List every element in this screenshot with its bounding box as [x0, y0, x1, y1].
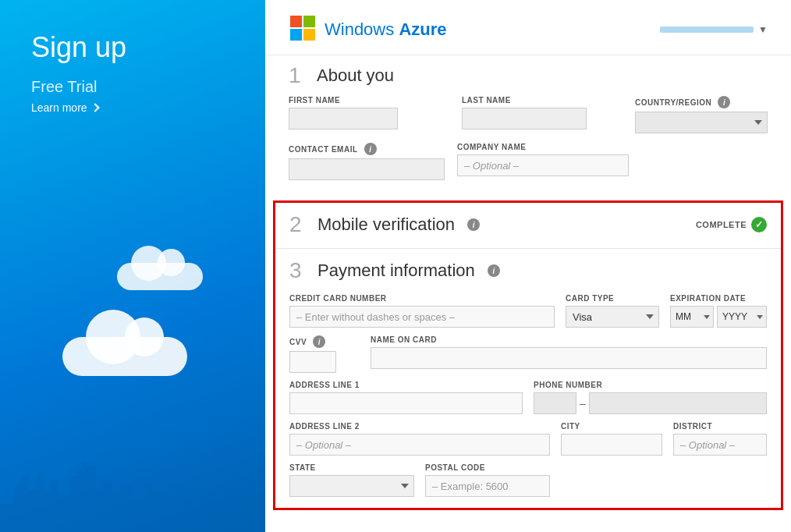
last-name-label: LAST NAME	[462, 96, 623, 105]
account-name-bar	[660, 27, 754, 33]
state-group: STATE	[289, 463, 414, 497]
city-group: CITY	[561, 422, 662, 456]
card-type-select[interactable]: Visa Mastercard Amex Discover	[566, 306, 659, 328]
complete-check-icon: ✓	[751, 217, 767, 232]
name-on-card-label: NAME ON CARD	[371, 335, 767, 344]
address2-label: ADDRESS LINE 2	[289, 422, 550, 431]
postal-code-label: POSTAL CODE	[425, 463, 550, 472]
mobile-section-number: 2	[289, 212, 308, 237]
first-name-label: FIRST NAME	[289, 96, 449, 105]
address1-input[interactable]	[289, 392, 523, 414]
name-on-card-group: NAME ON CARD	[371, 335, 767, 369]
cc-number-group: CREDIT CARD NUMBER	[289, 294, 555, 328]
main-content: Windows Azure ▼ 1 About you FIRST NAME L…	[265, 0, 791, 532]
card-type-label: CARD TYPE	[566, 294, 659, 303]
postal-code-input[interactable]	[425, 475, 550, 497]
about-section-header: 1 About you	[289, 63, 768, 88]
azure-logo-icon	[289, 14, 317, 45]
mobile-section-header: 2 Mobile verification i COMPLETE ✓	[289, 212, 767, 237]
phone-dash: –	[580, 397, 586, 410]
last-name-input[interactable]	[462, 108, 587, 129]
about-section-title: About you	[317, 66, 394, 86]
address2-group: ADDRESS LINE 2	[289, 422, 550, 456]
country-region-select[interactable]	[635, 112, 768, 133]
phone-group: PHONE NUMBER –	[534, 381, 767, 414]
city-input[interactable]	[561, 434, 662, 456]
azure-logo: Windows Azure	[289, 14, 447, 45]
last-name-group: LAST NAME	[462, 96, 623, 133]
svg-rect-3	[303, 29, 315, 41]
payment-section-title: Payment information	[317, 261, 475, 281]
country-info-icon[interactable]: i	[718, 96, 730, 108]
company-name-group: COMPANY NAME	[457, 143, 629, 180]
azure-header: Windows Azure ▼	[265, 0, 791, 55]
district-group: DISTRICT	[673, 422, 767, 456]
cc-number-label: CREDIT CARD NUMBER	[289, 294, 555, 303]
address1-group: ADDRESS LINE 1	[289, 381, 523, 414]
phone-inputs: –	[534, 392, 767, 414]
city-silhouette	[0, 438, 265, 532]
payment-row-5: STATE POSTAL CODE	[289, 463, 767, 497]
sidebar-subtitle: Free Trial	[31, 78, 242, 96]
azure-logo-text: Windows Azure	[325, 20, 447, 40]
decorative-clouds	[0, 267, 265, 532]
account-dropdown-arrow: ▼	[758, 24, 768, 35]
contact-email-label: CONTACT EMAIL	[289, 145, 358, 154]
cvv-group: CVV i	[289, 335, 360, 373]
company-name-input[interactable]	[457, 154, 629, 176]
name-on-card-input[interactable]	[371, 347, 767, 369]
payment-row-4: ADDRESS LINE 2 CITY DISTRICT	[289, 422, 767, 456]
contact-email-group: CONTACT EMAIL i	[289, 143, 445, 180]
mobile-info-icon[interactable]: i	[467, 218, 480, 231]
expiry-selects: MM YYYY	[670, 306, 767, 328]
payment-section-header: 3 Payment information i	[289, 258, 767, 283]
district-input[interactable]	[673, 434, 767, 456]
phone-number-input[interactable]	[589, 392, 767, 414]
cc-number-input[interactable]	[289, 306, 555, 328]
highlighted-sections: 2 Mobile verification i COMPLETE ✓ 3 Pay…	[273, 200, 783, 510]
expiry-month-select[interactable]: MM	[670, 306, 714, 328]
about-row-2: CONTACT EMAIL i COMPANY NAME	[289, 143, 768, 180]
svg-rect-2	[290, 29, 302, 41]
country-region-label: COUNTRY/REGION	[635, 98, 711, 107]
cvv-input[interactable]	[289, 351, 336, 373]
about-section-number: 1	[289, 63, 307, 88]
payment-info-icon[interactable]: i	[488, 264, 500, 277]
about-section: 1 About you FIRST NAME LAST NAME COUNTRY…	[265, 55, 791, 200]
address1-label: ADDRESS LINE 1	[289, 381, 523, 389]
payment-row-1: CREDIT CARD NUMBER CARD TYPE Visa Master…	[289, 294, 767, 328]
cloud-large	[62, 337, 187, 376]
payment-row-2: CVV i NAME ON CARD	[289, 335, 767, 373]
email-info-icon[interactable]: i	[364, 143, 377, 155]
account-dropdown[interactable]: ▼	[660, 24, 768, 35]
complete-badge: COMPLETE ✓	[696, 217, 767, 232]
card-type-group: CARD TYPE Visa Mastercard Amex Discover	[566, 294, 659, 328]
sidebar: Sign up Free Trial Learn more	[0, 0, 265, 532]
payment-section: 3 Payment information i CREDIT CARD NUMB…	[275, 248, 781, 508]
svg-rect-0	[290, 16, 302, 27]
payment-section-number: 3	[289, 258, 308, 283]
svg-rect-1	[303, 16, 315, 27]
expiry-year-select[interactable]: YYYY	[717, 306, 767, 328]
cvv-label: CVV	[289, 338, 307, 346]
district-label: DISTRICT	[673, 422, 767, 431]
country-region-group: COUNTRY/REGION i	[635, 96, 768, 133]
learn-more-link[interactable]: Learn more	[31, 101, 98, 114]
state-label: STATE	[289, 463, 414, 472]
address2-input[interactable]	[289, 434, 550, 456]
cvv-info-icon[interactable]: i	[313, 335, 325, 348]
first-name-input[interactable]	[289, 108, 398, 129]
company-name-label: COMPANY NAME	[457, 143, 629, 151]
phone-label: PHONE NUMBER	[534, 381, 767, 389]
phone-prefix-input[interactable]	[534, 392, 576, 414]
city-label: CITY	[561, 422, 662, 431]
mobile-section: 2 Mobile verification i COMPLETE ✓	[275, 203, 781, 248]
contact-email-input[interactable]	[289, 158, 445, 180]
expiration-label: EXPIRATION DATE	[670, 294, 767, 303]
first-name-group: FIRST NAME	[289, 96, 449, 133]
state-select[interactable]	[289, 475, 414, 497]
about-row-1: FIRST NAME LAST NAME COUNTRY/REGION i	[289, 96, 768, 133]
chevron-down-icon	[90, 103, 99, 112]
mobile-section-title: Mobile verification	[317, 215, 455, 235]
expiration-group: EXPIRATION DATE MM YYYY	[670, 294, 767, 328]
